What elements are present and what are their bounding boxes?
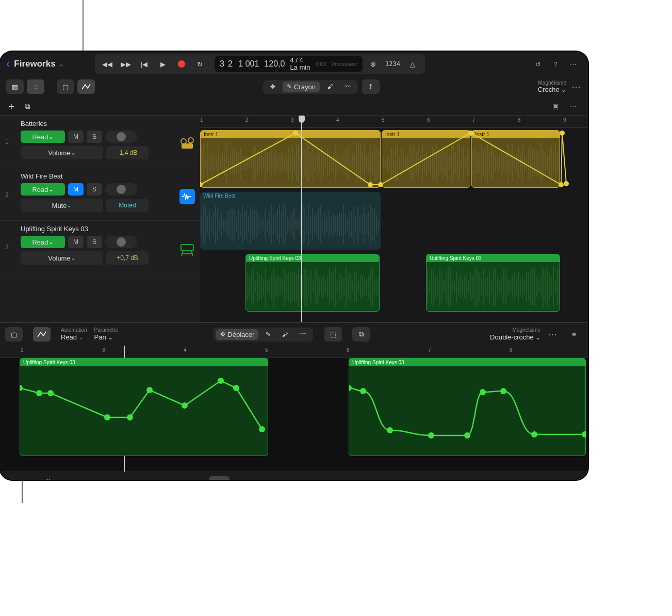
toolbar-more-button[interactable]: ⋯ [571,81,582,92]
snap-selector[interactable]: Magnétisme Croche ⌄ [538,80,566,93]
ruler-tick: 2 [21,347,24,353]
svg-point-416 [259,426,265,432]
editor-copy-tool[interactable]: ⧉ [352,327,370,342]
footer-piano-button[interactable]: ▮▮▮ [567,478,581,480]
editor-brush-tool[interactable]: 🖌 [278,329,292,339]
add-track-button[interactable]: ＋ [6,99,17,113]
count-in-button[interactable]: 1234 [383,57,402,71]
track-view-button[interactable]: ▣ [548,99,563,114]
record-button[interactable] [173,57,190,71]
region[interactable]: Instr 1 [382,130,470,188]
metronome-button[interactable]: △ [404,57,421,71]
playhead[interactable] [301,116,302,322]
pencil-tool[interactable]: ✎ Crayon [283,82,320,92]
editor-ruler[interactable]: 2345678 [0,346,588,358]
footer-settings-button[interactable]: ☼ [237,478,244,480]
lcd-locator: 1 001 [238,59,259,69]
pan-knob[interactable] [105,131,137,143]
project-menu-chevron-icon[interactable]: ⌄ [59,60,64,68]
editor-snap-select[interactable]: Magnétisme Double-croche ⌄ [490,327,540,342]
track-number: 1 [5,138,9,145]
arrange-area[interactable]: 123456789 Instr 1Instr 1Instr 1 Wild Fir… [200,116,588,322]
track-row[interactable]: 3 Uplifting Spirit Keys 03 Read ⌄ M S Vo… [0,221,200,273]
play-button[interactable]: ▶ [155,57,171,71]
ruler-tick: 6 [427,117,430,123]
brush-tool[interactable]: 🖌 [323,82,337,92]
editor-tools: ✥ Déplacer ✎ 🖌 〰 [213,328,313,342]
undo-button[interactable]: ↺ [531,57,545,71]
help-button[interactable]: ? [548,57,563,71]
region[interactable]: Instr 1 [200,130,381,188]
editor-region-view-button[interactable]: ▢ [5,327,23,342]
pan-knob[interactable] [105,236,137,248]
fader-button[interactable]: ⇅ [45,478,52,480]
mute-button[interactable]: M [68,183,84,196]
region[interactable]: Wild Fire Beat [200,192,381,250]
automation-view-button[interactable] [77,79,95,94]
mute-button[interactable]: M [68,131,84,143]
automation-curve-a[interactable] [20,358,268,456]
grid-view-button[interactable]: ▦ [6,79,24,94]
track-more-button[interactable]: ⋯ [566,99,580,114]
project-title[interactable]: Fireworks [14,59,55,69]
svg-point-425 [582,431,586,437]
more-menu-button[interactable]: ⋯ [566,57,580,71]
cycle-button[interactable]: ↻ [192,57,208,71]
editor-curve-tool[interactable]: 〰 [296,329,310,339]
track-row[interactable]: 2 Wild Fire Beat Read ⌄ M S Mute ⌄ Muted [0,168,200,221]
duplicate-track-button[interactable]: ⧉ [25,102,30,111]
solo-button[interactable]: S [87,183,102,196]
automation-param-select[interactable]: Volume ⌄ [21,146,103,159]
library-button[interactable]: ♫▢ [7,478,21,480]
region[interactable]: Uplifting Spirit Keys 03 [426,254,560,312]
svg-point-420 [428,432,434,439]
footer-pencil-button[interactable]: ✎ [209,476,230,480]
region-view-button[interactable]: ▢ [57,79,74,94]
keyboard-icon [179,241,195,257]
solo-button[interactable]: S [87,131,102,143]
curve-tool[interactable]: 〰 [340,82,355,92]
automation-param-select[interactable]: Mute ⌄ [21,199,103,212]
list-view-button[interactable]: ≡ [27,79,44,94]
editor-select-tool[interactable]: ⬚ [324,327,342,342]
tuner-button[interactable]: ⊗ [365,57,381,71]
automation-mode-select[interactable]: Read ⌄ [21,131,65,143]
editor-automation-select[interactable]: Automation Read ⌄ [61,327,87,342]
footer-mixer-button[interactable]: ⎍⎍ [251,478,261,480]
fast-forward-button[interactable]: ▶▶ [118,57,134,71]
track-row[interactable]: 1 Batteries Read ⌄ M S Volume ⌄ -1,4 dB [0,116,200,168]
ruler-tick: 3 [291,117,294,123]
svg-point-2 [188,138,193,143]
move-tool[interactable]: ✥ [266,82,280,92]
svg-point-408 [36,390,42,396]
editor-pencil-tool[interactable]: ✎ [261,329,275,339]
trim-tool[interactable]: ⤴ [362,79,380,94]
track-number: 3 [5,244,9,251]
region[interactable]: Uplifting Spirit Keys 03 [245,254,380,312]
automation-param-select[interactable]: Volume ⌄ [21,251,103,265]
lcd-display[interactable]: 3 2 1 001 120,0 4 / 4 La min MIDI Proces… [215,56,363,73]
editor-list-button[interactable]: ≡ [567,327,581,342]
rewind-button[interactable]: ◀◀ [99,57,116,71]
region[interactable]: Instr 1 [471,130,560,188]
timeline-ruler[interactable]: 123456789 [200,116,588,128]
back-button[interactable]: ‹ [6,57,10,71]
pan-knob[interactable] [105,183,137,196]
editor-move-tool[interactable]: ✥ Déplacer [216,329,258,340]
editor-automation-view-button[interactable] [33,327,51,342]
lcd-cpu: Processeur [332,61,358,67]
mute-button[interactable]: M [68,236,84,248]
lcd-midi: MIDI [315,61,326,67]
editor-lane[interactable]: 2345678 Uplifting Spirit Keys 03Upliftin… [0,346,588,472]
edit-tools: ✥ ✎ Crayon 🖌 〰 [263,80,358,94]
editor-more-button[interactable]: ⋯ [548,329,558,340]
go-to-start-button[interactable]: |◀ [136,57,153,71]
ruler-tick: 3 [102,347,105,353]
automation-mode-select[interactable]: Read ⌄ [21,236,65,248]
automation-curve-b[interactable] [349,358,586,456]
automation-mode-select[interactable]: Read ⌄ [21,183,65,196]
solo-button[interactable]: S [87,236,102,248]
svg-point-409 [47,390,54,396]
controls-button[interactable]: ⎚ [30,478,36,480]
editor-param-select[interactable]: Paramètre Pan ⌄ [94,327,119,342]
